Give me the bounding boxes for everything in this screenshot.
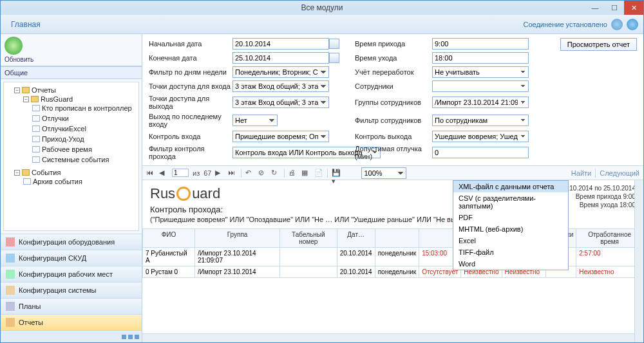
table-cell: Неизвестно <box>576 266 643 278</box>
passage-filter-label: Фильтр контроля прохода <box>149 145 232 160</box>
employees-select[interactable] <box>432 80 529 92</box>
start-date-label: Начальная дата <box>149 40 232 48</box>
nav-icon <box>6 270 15 279</box>
tree-node-events[interactable]: −События <box>14 169 137 176</box>
employees-label: Сотрудники <box>355 82 432 90</box>
groups-label: Группы сотрудников <box>355 98 432 106</box>
entry-ctrl-label: Контроль входа <box>149 133 232 140</box>
arrival-time-input[interactable] <box>432 38 529 50</box>
refresh-button[interactable] <box>5 37 23 55</box>
last-page-icon[interactable]: ⏭ <box>228 169 237 178</box>
nav-item[interactable]: Конфигурация рабочих мест <box>1 266 142 283</box>
nav-icon <box>6 286 15 295</box>
table-cell <box>279 266 337 278</box>
calendar-icon[interactable] <box>329 53 339 63</box>
export-menu-item[interactable]: XML-файл c данными отчета <box>453 181 568 192</box>
weekday-filter-select[interactable] <box>232 66 329 78</box>
close-button[interactable]: ✕ <box>624 1 643 15</box>
table-cell: 2:57:00 <box>576 248 643 266</box>
end-date-label: Конечная дата <box>149 54 232 62</box>
refresh-report-icon[interactable]: ↻ <box>271 169 280 178</box>
overtime-label: Учёт переработок <box>355 68 432 76</box>
nav-icon <box>6 237 15 246</box>
maximize-button[interactable]: ☐ <box>605 1 624 15</box>
groups-select[interactable] <box>432 97 529 108</box>
entry-ctrl-select[interactable] <box>232 131 329 142</box>
table-cell: понедельник <box>375 266 419 278</box>
tree-leaf[interactable]: Рабочее время <box>32 145 137 153</box>
table-cell: /Импорт 23.10.2014 21:09:07 <box>195 248 280 266</box>
back-icon[interactable]: ↶ <box>245 169 254 178</box>
export-icon[interactable]: 💾▾ <box>332 169 341 178</box>
connection-status: Соединение установлено <box>523 21 607 28</box>
table-header: Отработанное время <box>576 229 643 248</box>
reports-tree[interactable]: −Отчеты −RusGuard Кто прописан в контрол… <box>3 82 139 231</box>
export-menu-item[interactable]: TIFF-файл <box>453 246 568 258</box>
layout-icon[interactable]: ▦ <box>301 169 310 178</box>
help-icon[interactable] <box>627 19 638 30</box>
exit-ctrl-select[interactable] <box>432 131 529 142</box>
emp-filter-label: Фильтр сотрудников <box>355 116 432 124</box>
entry-points-select[interactable] <box>232 80 329 92</box>
nav-icon <box>6 254 15 263</box>
print-icon[interactable]: 🖨 <box>289 169 298 178</box>
vertical-scrollbar[interactable] <box>634 180 643 342</box>
table-header: ФИО <box>143 229 195 248</box>
window-titlebar: Все модули — ☐ ✕ <box>1 1 643 15</box>
next-link[interactable]: Следующий <box>600 169 639 177</box>
nav-item[interactable]: Конфигурация системы <box>1 283 142 299</box>
nav-item[interactable]: Конфигурация СКУД <box>1 250 142 266</box>
exit-points-label: Точки доступа для выхода <box>149 95 232 110</box>
horizontal-scrollbar[interactable] <box>142 333 634 342</box>
table-header: Дат… <box>337 229 375 248</box>
export-menu-item[interactable]: PDF <box>453 212 568 223</box>
overtime-select[interactable] <box>432 66 529 78</box>
tree-node-reports[interactable]: −Отчеты <box>14 86 137 94</box>
prev-page-icon[interactable]: ◀ <box>159 169 168 178</box>
next-page-icon[interactable]: ▶ <box>215 169 224 178</box>
ribbon-tab-main[interactable]: Главная <box>6 17 46 32</box>
absence-input[interactable] <box>432 147 529 158</box>
minimize-button[interactable]: — <box>585 1 605 15</box>
emp-filter-select[interactable] <box>432 115 529 126</box>
table-cell: 20.10.2014 <box>337 248 375 266</box>
exit-last-select[interactable] <box>232 115 278 126</box>
export-menu-item[interactable]: Excel <box>453 235 568 246</box>
tree-leaf[interactable]: ОтлучкиExcel <box>32 125 137 133</box>
leave-time-input[interactable] <box>432 52 529 64</box>
exit-last-label: Выход по последнему входу <box>149 113 232 128</box>
sidebar-section-tab[interactable]: Общие <box>1 66 142 79</box>
zoom-select[interactable] <box>361 167 406 179</box>
tree-leaf[interactable]: Отлучки <box>32 115 137 122</box>
exit-points-select[interactable] <box>232 97 329 108</box>
page-setup-icon[interactable]: 📄 <box>314 169 323 178</box>
arrival-time-label: Время прихода <box>355 40 432 48</box>
calendar-icon[interactable] <box>329 39 339 49</box>
tree-leaf[interactable]: Системные события <box>32 156 137 163</box>
export-menu[interactable]: XML-файл c данными отчетаCSV (с разделит… <box>453 180 569 270</box>
nav-item[interactable]: Конфигурация оборудования <box>1 234 142 250</box>
table-cell: 0 Рустам 0 <box>143 266 195 278</box>
nav-item[interactable]: Отчеты <box>1 315 142 331</box>
find-link[interactable]: Найти <box>571 169 591 177</box>
stop-icon[interactable]: ⊘ <box>258 169 267 178</box>
export-menu-item[interactable]: CSV (с разделителями-запятыми) <box>453 192 568 212</box>
connection-icon[interactable] <box>611 19 623 30</box>
nav-item[interactable]: Планы <box>1 299 142 315</box>
end-date-input[interactable] <box>232 52 329 64</box>
logo-g-icon <box>176 187 191 201</box>
table-header: Табельный номер <box>279 229 337 248</box>
table-cell: 20.10.2014 <box>337 266 375 278</box>
start-date-input[interactable] <box>232 38 329 50</box>
export-menu-item[interactable]: MHTML (веб-архив) <box>453 223 568 235</box>
table-header: Группа <box>195 229 280 248</box>
view-report-button[interactable]: Просмотреть отчет <box>560 38 637 51</box>
nav-icon <box>6 318 15 327</box>
tree-node-archive[interactable]: Архив события <box>23 178 137 185</box>
tree-leaf[interactable]: Кто прописан в контроллер <box>32 104 137 112</box>
first-page-icon[interactable]: ⏮ <box>146 169 155 178</box>
export-menu-item[interactable]: Word <box>453 258 568 270</box>
tree-node-rusguard[interactable]: −RusGuard <box>23 95 137 103</box>
page-input[interactable] <box>172 169 189 177</box>
tree-leaf[interactable]: Приход-Уход <box>32 135 137 143</box>
